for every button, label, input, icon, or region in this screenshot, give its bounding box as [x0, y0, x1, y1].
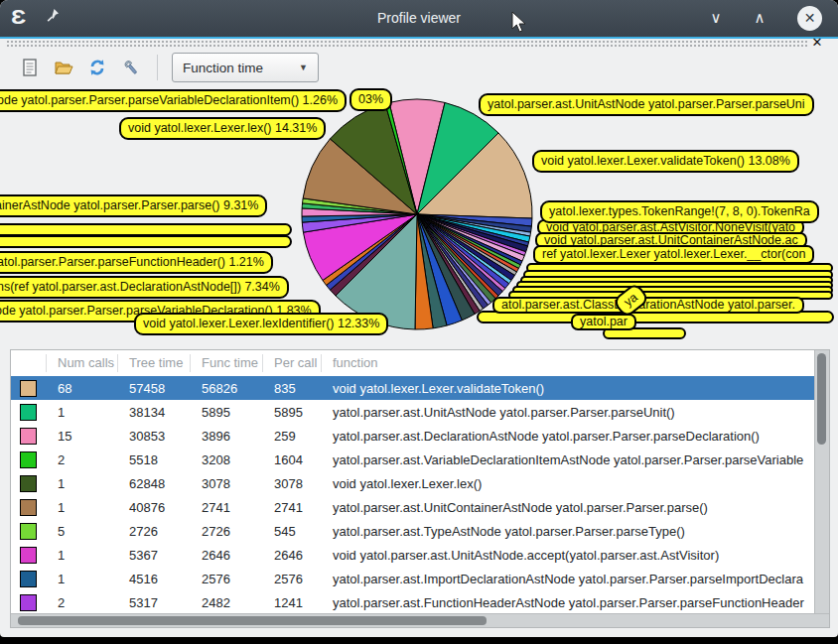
table-row[interactable]: 1536726462646void yatol.parser.ast.UnitA… — [11, 543, 829, 567]
toolbar: Function time ▼ — [18, 52, 319, 83]
cell-tree-time: 4516 — [118, 572, 191, 586]
table-body: 685745856826835void yatol.lexer.Lexer.va… — [11, 376, 829, 614]
table-row[interactable]: 527262726545yatol.parser.ast.TypeAstNode… — [11, 519, 829, 543]
open-folder-icon[interactable] — [52, 55, 75, 80]
cell-func-time: 3208 — [191, 452, 263, 467]
row-color-swatch — [20, 451, 37, 468]
cell-func-time: 2646 — [191, 548, 263, 563]
profile-viewer-window: Ɛ Profile viewer ∨ ∧ ✕ ✕ — [0, 0, 838, 637]
pie-chart-area: 03%ode yatol.parser.Parser.parseVariable… — [0, 84, 838, 345]
row-color-swatch — [20, 404, 37, 421]
column-header-tree-time[interactable]: Tree time — [118, 354, 191, 372]
cell-function: yatol.parser.ast.UnitAstNode yatol.parse… — [322, 405, 829, 420]
dock-close-icon[interactable]: ✕ — [808, 34, 826, 52]
cell-per-call: 2646 — [263, 548, 322, 563]
cell-func-time: 2726 — [191, 524, 263, 539]
cell-per-call: 2741 — [263, 500, 322, 515]
cell-per-call: 545 — [263, 524, 322, 539]
cell-func-time: 56826 — [191, 381, 263, 396]
view-mode-select[interactable]: Function time ▼ — [172, 53, 319, 82]
cell-function: yatol.parser.ast.UnitContainerAstNode ya… — [322, 500, 829, 515]
pie-label: ref yatol.lexer.Lexer yatol.lexer.Lexer.… — [533, 245, 814, 264]
cell-func-time: 2482 — [191, 595, 263, 610]
table-row[interactable]: 16284830783078void yatol.lexer.Lexer.lex… — [11, 471, 829, 495]
pie-label: void yatol.lexer.Lexer.validateToken() 1… — [532, 150, 799, 173]
vertical-scrollbar-thumb[interactable] — [817, 353, 826, 445]
cell-num-calls: 2 — [47, 595, 118, 610]
mouse-cursor — [510, 11, 530, 35]
refresh-icon[interactable] — [85, 55, 109, 80]
cell-num-calls: 1 — [47, 405, 118, 420]
profile-table: Num calls Tree time Func time Per call f… — [10, 349, 830, 628]
pie-label: atol.parser.Parser.parseFunctionHeader()… — [0, 251, 273, 274]
cell-num-calls: 5 — [47, 524, 118, 539]
view-mode-value: Function time — [183, 61, 263, 75]
cell-function: yatol.parser.ast.TypeAstNode yatol.parse… — [322, 524, 829, 539]
column-header-func-time[interactable]: Func time — [191, 354, 263, 372]
row-color-swatch — [20, 475, 37, 492]
column-header-per-call[interactable]: Per call — [263, 354, 322, 372]
cell-func-time: 2576 — [191, 572, 263, 586]
cell-num-calls: 2 — [47, 452, 118, 467]
row-color-swatch — [20, 380, 37, 397]
table-row[interactable]: 13813458955895yatol.parser.ast.UnitAstNo… — [11, 400, 829, 424]
pie-label: void yatol.lexer.Lexer.lex() 14.31% — [119, 117, 326, 140]
table-header: Num calls Tree time Func time Per call f… — [11, 350, 829, 376]
dock-drag-handle[interactable] — [6, 40, 808, 48]
maximize-button[interactable]: ∧ — [745, 4, 774, 32]
pie-label: atol.parser.ast.ClassDeclarationAstNode … — [492, 297, 804, 314]
pie-label: 03% — [349, 88, 392, 111]
vertical-scrollbar[interactable] — [814, 350, 829, 614]
column-header-swatch[interactable] — [11, 354, 47, 372]
cell-tree-time: 30853 — [118, 429, 191, 444]
cell-per-call: 2576 — [263, 572, 322, 586]
pie-label: ns(ref yatol.parser.ast.DeclarationAstNo… — [0, 276, 289, 299]
row-color-swatch — [20, 499, 37, 516]
close-button[interactable]: ✕ — [797, 6, 822, 31]
pie-label: ainerAstNode yatol.parser.Parser.parse()… — [0, 194, 267, 217]
cell-tree-time: 2726 — [118, 524, 191, 539]
cell-per-call: 1241 — [263, 595, 322, 610]
table-row[interactable]: 2551832081604yatol.parser.ast.VariableDe… — [11, 448, 829, 471]
column-header-function[interactable]: function — [322, 354, 829, 372]
cell-per-call: 259 — [263, 429, 322, 444]
report-icon[interactable] — [18, 55, 42, 80]
cell-function: yatol.parser.ast.DeclarationAstNode yato… — [322, 429, 829, 444]
minimize-button[interactable]: ∨ — [701, 4, 731, 32]
toolbar-separator — [157, 55, 158, 80]
cell-function: yatol.parser.ast.FunctionHeaderAstNode y… — [322, 595, 829, 610]
cell-tree-time: 5367 — [118, 548, 191, 563]
cell-tree-time: 57458 — [118, 381, 191, 396]
cell-tree-time: 5518 — [118, 452, 191, 467]
cell-per-call: 5895 — [263, 405, 322, 420]
cell-num-calls: 1 — [47, 500, 118, 515]
cell-tree-time: 5317 — [118, 595, 191, 610]
cell-per-call: 3078 — [263, 476, 322, 491]
pie-label: yatol.lexer.types.TokenRange!(7, 8, 0).T… — [540, 200, 819, 223]
cell-tree-time: 62848 — [118, 476, 191, 491]
horizontal-scrollbar-thumb[interactable] — [18, 616, 487, 625]
cell-num-calls: 1 — [47, 548, 118, 563]
cell-function: void yatol.lexer.Lexer.validateToken() — [322, 381, 829, 396]
pie-label-bar — [0, 235, 292, 248]
table-row[interactable]: 685745856826835void yatol.lexer.Lexer.va… — [11, 376, 829, 400]
row-color-swatch — [20, 594, 37, 611]
titlebar[interactable]: Ɛ Profile viewer ∨ ∧ ✕ — [0, 0, 838, 39]
cell-per-call: 835 — [263, 381, 322, 396]
pie-label: yatol.par — [571, 314, 636, 330]
pie-label: yatol.parser.ast.UnitAstNode yatol.parse… — [479, 93, 814, 116]
wrench-icon[interactable] — [119, 55, 143, 80]
row-color-swatch — [20, 523, 37, 540]
table-row[interactable]: 15308533896259yatol.parser.ast.Declarati… — [11, 424, 829, 448]
column-header-num-calls[interactable]: Num calls — [47, 354, 118, 372]
cell-function: yatol.parser.ast.VariableDeclarationItem… — [322, 452, 829, 467]
pie-label: ode yatol.parser.Parser.parseVariableDec… — [0, 89, 347, 112]
cell-per-call: 1604 — [263, 452, 322, 467]
table-row[interactable]: 1451625762576yatol.parser.ast.ImportDecl… — [11, 567, 829, 590]
table-row[interactable]: 14087627412741yatol.parser.ast.UnitConta… — [11, 495, 829, 519]
row-color-swatch — [20, 571, 37, 587]
horizontal-scrollbar[interactable] — [11, 613, 829, 627]
table-row[interactable]: 2531724821241yatol.parser.ast.FunctionHe… — [11, 590, 829, 614]
cell-tree-time: 40876 — [118, 500, 191, 515]
cell-num-calls: 15 — [47, 429, 118, 444]
